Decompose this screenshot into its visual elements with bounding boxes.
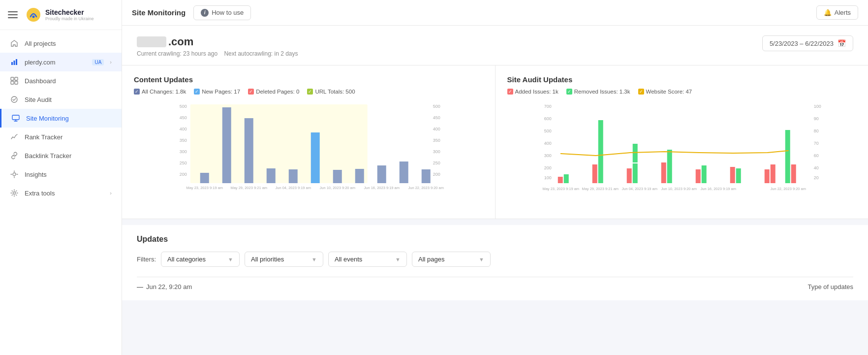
sidebar-item-extra-tools[interactable]: Extra tools › — [0, 184, 122, 202]
sidebar-item-plerdy[interactable]: plerdy.com UA › — [0, 53, 122, 71]
pages-filter[interactable]: All pages ▼ — [412, 252, 491, 267]
tools-icon — [10, 189, 19, 197]
svg-rect-34 — [333, 170, 342, 183]
svg-rect-37 — [400, 161, 408, 183]
svg-rect-59 — [558, 177, 562, 183]
legend-added-issues: ✓ Added Issues: 1k — [507, 89, 558, 95]
date-range-text: 5/23/2023 – 6/22/2023 — [770, 40, 834, 47]
svg-rect-30 — [245, 118, 253, 183]
svg-rect-67 — [667, 150, 672, 183]
sidebar-item-dashboard[interactable]: Dashboard — [0, 71, 122, 90]
svg-text:300: 300 — [180, 149, 187, 154]
svg-rect-32 — [289, 169, 298, 183]
content-updates-legend: ✓ All Changes: 1.8k ✓ New Pages: 17 ✓ De… — [134, 89, 483, 95]
sidebar-item-label: Dashboard — [25, 77, 112, 85]
topbar-right: 🔔 Alerts — [816, 5, 858, 20]
insights-icon — [10, 170, 19, 179]
main-content: Site Monitoring i How to use 🔔 Alerts .c… — [122, 0, 868, 355]
content-updates-svg: 500 450 400 350 300 250 200 500 450 400 … — [134, 100, 483, 199]
svg-text:300: 300 — [544, 153, 551, 158]
svg-rect-6 — [15, 77, 18, 80]
date-range-picker[interactable]: 5/23/2023 – 6/22/2023 📅 — [762, 35, 853, 51]
svg-text:200: 200 — [433, 172, 440, 177]
content-updates-title: Content Updates — [134, 75, 483, 84]
legend-deleted-pages: ✓ Deleted Pages: 0 — [248, 89, 299, 95]
dropdown-arrow-icon: ▼ — [479, 257, 484, 262]
svg-rect-38 — [422, 169, 431, 183]
svg-text:350: 350 — [180, 138, 187, 143]
svg-text:Jun 16, 2023 9:19 am: Jun 16, 2023 9:19 am — [700, 187, 736, 191]
svg-text:Jun 22, 2023 9:20 am: Jun 22, 2023 9:20 am — [770, 187, 806, 191]
content-updates-chart: 500 450 400 350 300 250 200 500 450 400 … — [134, 100, 483, 209]
legend-removed-issues: ✓ Removed Issues: 1.3k — [566, 89, 630, 95]
svg-rect-69 — [701, 165, 706, 183]
svg-rect-75 — [791, 164, 796, 183]
svg-text:450: 450 — [180, 115, 187, 120]
legend-all-changes: ✓ All Changes: 1.8k — [134, 89, 186, 95]
svg-text:40: 40 — [813, 165, 818, 170]
svg-rect-7 — [11, 81, 14, 84]
sidebar: Sitechecker Proudly made in Ukraine All … — [0, 0, 122, 355]
sidebar-item-insights[interactable]: Insights — [0, 165, 122, 184]
content-updates-panel: Content Updates ✓ All Changes: 1.8k ✓ Ne… — [122, 65, 496, 219]
filters-row: Filters: All categories ▼ All priorities… — [137, 252, 853, 267]
svg-point-1 — [32, 16, 35, 18]
legend-deleted-pages-icon: ✓ — [248, 89, 254, 95]
svg-rect-8 — [15, 81, 18, 84]
svg-text:400: 400 — [544, 141, 551, 146]
svg-point-12 — [13, 192, 16, 194]
bell-icon: 🔔 — [824, 9, 832, 16]
sidebar-item-site-monitoring[interactable]: Site Monitoring — [0, 109, 122, 128]
svg-rect-36 — [377, 165, 386, 183]
svg-text:90: 90 — [813, 116, 818, 121]
site-header: .com Current crawling: 23 hours ago Next… — [122, 26, 868, 65]
svg-text:Jun 10, 2023 9:20 am: Jun 10, 2023 9:20 am — [661, 187, 697, 191]
site-audit-legend: ✓ Added Issues: 1k ✓ Removed Issues: 1.3… — [507, 89, 857, 95]
events-filter[interactable]: All events ▼ — [328, 252, 407, 267]
site-audit-updates-panel: Site Audit Updates ✓ Added Issues: 1k ✓ … — [496, 65, 868, 219]
dashboard-icon — [10, 76, 19, 85]
sidebar-item-site-audit[interactable]: Site Audit — [0, 90, 122, 109]
svg-rect-10 — [12, 115, 19, 120]
svg-rect-64 — [632, 163, 637, 183]
svg-rect-60 — [563, 174, 568, 183]
svg-text:Jun 16, 2023 9:19 am: Jun 16, 2023 9:19 am — [364, 186, 400, 190]
svg-text:500: 500 — [180, 104, 187, 109]
svg-text:700: 700 — [544, 104, 551, 109]
legend-new-pages: ✓ New Pages: 17 — [194, 89, 240, 95]
svg-text:20: 20 — [813, 175, 818, 180]
filters-label: Filters: — [137, 256, 156, 263]
chevron-right-icon: › — [110, 190, 112, 196]
update-date-text: Jun 22, 9:20 am — [146, 283, 192, 290]
sidebar-item-all-projects[interactable]: All projects — [0, 34, 122, 53]
rank-icon — [10, 132, 19, 141]
alerts-button[interactable]: 🔔 Alerts — [816, 5, 858, 20]
priorities-filter[interactable]: All priorities ▼ — [245, 252, 323, 267]
sidebar-item-label: Site Audit — [25, 96, 112, 103]
svg-text:May 29, 2023 9:21 am: May 29, 2023 9:21 am — [582, 187, 619, 191]
legend-all-changes-icon: ✓ — [134, 89, 140, 95]
categories-filter[interactable]: All categories ▼ — [161, 252, 240, 267]
svg-rect-68 — [695, 169, 700, 183]
svg-rect-31 — [267, 168, 276, 183]
crawl-info: Current crawling: 23 hours ago Next auto… — [137, 50, 298, 57]
svg-rect-3 — [14, 61, 15, 65]
svg-text:200: 200 — [544, 165, 551, 170]
sidebar-navigation: All projects plerdy.com UA › Dashboard S… — [0, 30, 122, 355]
site-audit-chart: 700 600 500 400 300 200 100 100 90 80 70… — [507, 100, 857, 209]
site-audit-updates-title: Site Audit Updates — [507, 75, 857, 84]
svg-text:80: 80 — [813, 129, 818, 133]
svg-rect-70 — [730, 167, 735, 183]
svg-text:100: 100 — [544, 175, 551, 180]
sidebar-item-backlink-tracker[interactable]: Backlink Tracker — [0, 146, 122, 165]
updates-title: Updates — [137, 235, 853, 244]
sidebar-item-rank-tracker[interactable]: Rank Tracker — [0, 128, 122, 146]
sidebar-item-label: Extra tools — [25, 190, 104, 197]
hamburger-menu[interactable] — [8, 11, 18, 18]
svg-text:200: 200 — [180, 172, 187, 177]
how-to-use-button[interactable]: i How to use — [193, 5, 251, 20]
sitechecker-logo-icon — [26, 7, 41, 23]
page-title: Site Monitoring — [132, 8, 186, 17]
site-info: .com Current crawling: 23 hours ago Next… — [137, 35, 298, 57]
svg-rect-73 — [770, 164, 775, 183]
